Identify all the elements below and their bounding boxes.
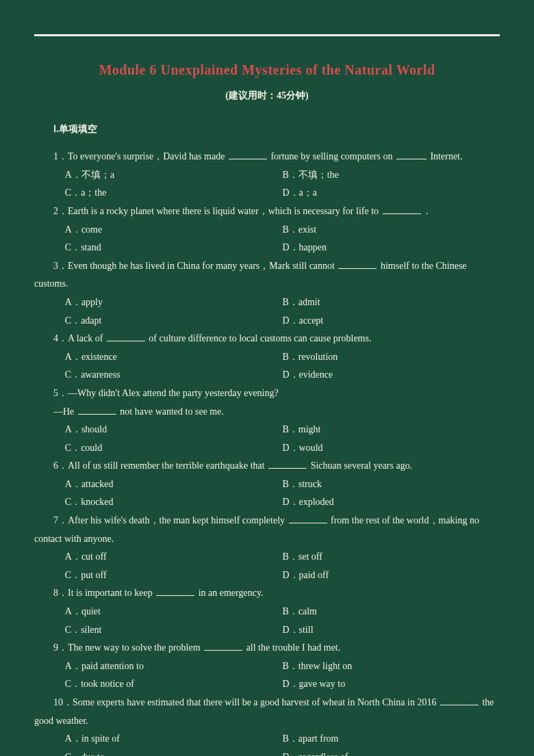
module-title: Module 6 Unexplained Mysteries of the Na… xyxy=(34,57,500,83)
question-9: 9．The new way to solve the problem all t… xyxy=(34,639,500,657)
blank xyxy=(338,259,377,268)
q1-opt-c: C．a；the xyxy=(65,184,283,203)
q5-opt-d: D．would xyxy=(282,439,500,458)
q6-stem-b: Sichuan several years ago. xyxy=(308,460,412,471)
question-3: 3．Even though he has lived in China for … xyxy=(34,257,500,294)
page-container: Module 6 Unexplained Mysteries of the Na… xyxy=(0,0,534,756)
q4-stem-b: of culture difference to local customs c… xyxy=(147,333,372,343)
q9-opt-d: D．gave way to xyxy=(282,675,500,694)
q6-options: A．attacked B．struck xyxy=(34,475,500,494)
q3-stem-a: 3．Even though he has lived in China for … xyxy=(53,261,337,271)
q7-opt-a: A．cut off xyxy=(65,548,283,566)
q10-opt-a: A．in spite of xyxy=(65,730,283,748)
q5-stem-b: not have wanted to see me. xyxy=(118,406,224,417)
q2-opt-a: A．come xyxy=(65,221,283,239)
blank xyxy=(440,696,479,705)
q1-stem-b: fortune by selling computers on xyxy=(268,151,395,161)
q6-opt-b: B．struck xyxy=(282,475,500,494)
q4-opt-a: A．existence xyxy=(65,348,283,367)
q8-options: A．quiet B．calm xyxy=(34,603,500,621)
q4-opt-c: C．awareness xyxy=(65,366,283,384)
question-5-line2: —He not have wanted to see me. xyxy=(34,403,500,421)
q1-options: A．不填；a B．不填；the xyxy=(34,166,500,185)
blank xyxy=(229,150,267,159)
blank xyxy=(78,404,116,414)
q2-opt-b: B．exist xyxy=(282,221,500,239)
blank xyxy=(396,150,427,159)
blank xyxy=(268,459,307,469)
question-8: 8．It is important to keep in an emergenc… xyxy=(34,584,500,603)
q10-opt-c: C．due to xyxy=(65,748,283,756)
q5-options-row2: C．could D．would xyxy=(34,439,500,458)
q2-stem-a: 2．Earth is a rocky planet where there is… xyxy=(53,206,381,216)
q7-opt-b: B．set off xyxy=(282,548,500,566)
q1-opt-a: A．不填；a xyxy=(65,166,283,185)
question-6: 6．All of us still remember the terrible … xyxy=(34,457,500,475)
q9-opt-a: A．paid attention to xyxy=(65,657,283,676)
q8-opt-c: C．silent xyxy=(65,621,283,640)
question-2: 2．Earth is a rocky planet where there is… xyxy=(34,203,500,221)
q9-opt-c: C．took notice of xyxy=(65,675,283,694)
q1-stem-c: Internet. xyxy=(428,151,463,161)
q9-options-row2: C．took notice of D．gave way to xyxy=(34,675,500,694)
q6-stem-a: 6．All of us still remember the terrible … xyxy=(53,460,267,471)
question-10: 10．Some experts have estimated that ther… xyxy=(34,694,500,730)
q7-opt-d: D．paid off xyxy=(282,566,500,585)
q5-options: A．should B．might xyxy=(34,421,500,439)
q4-opt-b: B．revolution xyxy=(282,348,500,367)
blank xyxy=(289,514,327,523)
q5-opt-a: A．should xyxy=(65,421,283,439)
q10-stem-a: 10．Some experts have estimated that ther… xyxy=(53,697,439,707)
q8-opt-a: A．quiet xyxy=(65,603,283,621)
q8-stem-a: 8．It is important to keep xyxy=(53,588,155,598)
q6-opt-d: D．exploded xyxy=(282,493,500,512)
q3-opt-d: D．accept xyxy=(282,312,500,330)
q9-stem-b: all the trouble I had met. xyxy=(244,642,340,653)
q7-options: A．cut off B．set off xyxy=(34,548,500,566)
q3-opt-b: B．admit xyxy=(282,294,500,312)
q1-opt-d: D．a；a xyxy=(282,184,500,203)
q4-stem-a: 4．A lack of xyxy=(53,333,105,343)
blank xyxy=(204,641,242,651)
q1-options-row2: C．a；the D．a；a xyxy=(34,184,500,203)
q5-stem-a: —He xyxy=(53,406,77,417)
q6-options-row2: C．knocked D．exploded xyxy=(34,493,500,512)
q8-opt-b: B．calm xyxy=(282,603,500,621)
q10-opt-d: D．regardless of xyxy=(282,748,500,756)
section-1-heading: Ⅰ.单项填空 xyxy=(34,120,500,139)
q4-options: A．existence B．revolution xyxy=(34,348,500,367)
q2-stem-b: ． xyxy=(422,206,432,216)
q3-options: A．apply B．admit xyxy=(34,294,500,312)
q10-opt-b: B．apart from xyxy=(282,730,500,748)
question-5-line1: 5．—Why didn't Alex attend the party yest… xyxy=(34,384,500,403)
q5-opt-c: C．could xyxy=(65,439,283,458)
q7-stem-a: 7．After his wife's death，the man kept hi… xyxy=(53,515,288,525)
q9-options: A．paid attention to B．threw light on xyxy=(34,657,500,676)
q8-options-row2: C．silent D．still xyxy=(34,621,500,640)
q10-options: A．in spite of B．apart from xyxy=(34,730,500,748)
q9-opt-b: B．threw light on xyxy=(282,657,500,676)
q9-stem-a: 9．The new way to solve the problem xyxy=(53,642,203,653)
q5-opt-b: B．might xyxy=(282,421,500,439)
blank xyxy=(107,332,145,341)
q2-options-row2: C．stand D．happen xyxy=(34,239,500,257)
q3-opt-a: A．apply xyxy=(65,294,283,312)
q1-opt-b: B．不填；the xyxy=(282,166,500,185)
q2-opt-c: C．stand xyxy=(65,239,283,257)
q4-options-row2: C．awareness D．evidence xyxy=(34,366,500,384)
q2-opt-d: D．happen xyxy=(282,239,500,257)
q3-opt-c: C．adapt xyxy=(65,312,283,330)
q6-opt-a: A．attacked xyxy=(65,475,283,494)
q2-options: A．come B．exist xyxy=(34,221,500,239)
time-suggestion: (建议用时：45分钟) xyxy=(34,87,500,105)
top-rule xyxy=(34,34,500,36)
question-7: 7．After his wife's death，the man kept hi… xyxy=(34,512,500,548)
q8-opt-d: D．still xyxy=(282,621,500,640)
question-4: 4．A lack of of culture difference to loc… xyxy=(34,330,500,348)
blank xyxy=(383,205,421,214)
q7-opt-c: C．put off xyxy=(65,566,283,585)
question-1: 1．To everyone's surprise，David has made … xyxy=(34,148,500,166)
q1-stem-a: 1．To everyone's surprise，David has made xyxy=(53,151,227,161)
q8-stem-b: in an emergency. xyxy=(196,588,263,598)
q10-options-row2: C．due to D．regardless of xyxy=(34,748,500,756)
